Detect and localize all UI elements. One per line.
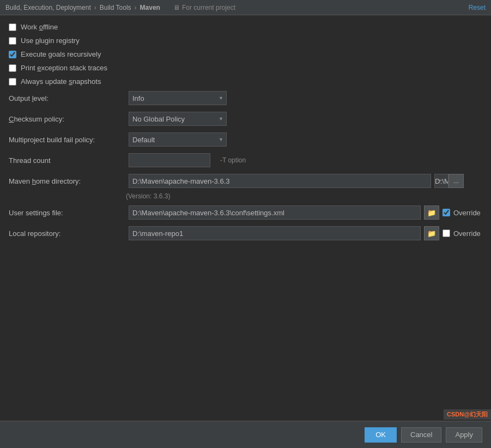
- maven-home-input-group: D:\Maven\apache-maven-3.6.3 ...: [129, 174, 464, 188]
- local-repo-folder-btn[interactable]: 📁: [424, 226, 439, 240]
- folder-icon-2: 📁: [427, 229, 436, 238]
- thread-count-row: Thread count -T option: [9, 153, 482, 167]
- multiproject-policy-row: Multiproject build fail policy: Default …: [9, 132, 482, 147]
- breadcrumb-part2: Build Tools: [100, 4, 131, 11]
- user-settings-override-checkbox[interactable]: [442, 209, 450, 216]
- checkbox-work-offline: Work offline: [9, 23, 482, 31]
- action-bar: OK Cancel Apply: [0, 421, 491, 448]
- print-exception-checkbox[interactable]: [9, 64, 16, 72]
- always-update-checkbox[interactable]: [9, 78, 16, 86]
- main-content: Work offline Use plugin registry Execute…: [0, 15, 491, 421]
- breadcrumb: Build, Execution, Deployment › Build Too…: [5, 4, 235, 11]
- work-offline-checkbox[interactable]: [9, 23, 16, 31]
- local-repo-input-group: 📁 Override: [129, 226, 481, 240]
- local-repo-override-group: Override: [442, 229, 481, 238]
- t-option-label: -T option: [220, 156, 246, 164]
- apply-button[interactable]: Apply: [446, 427, 482, 443]
- multiproject-policy-dropdown-wrapper: Default At End Never: [129, 132, 227, 147]
- output-level-row: Output level: Warn Info Debug: [9, 91, 482, 105]
- thread-count-label: Thread count: [9, 156, 123, 165]
- print-exception-label: Print exception stack traces: [21, 64, 107, 72]
- user-settings-override-label: Override: [453, 209, 481, 217]
- maven-home-dropdown-wrapper: D:\Maven\apache-maven-3.6.3: [434, 174, 445, 188]
- checksum-policy-select[interactable]: No Global Policy Strict Lax: [129, 112, 227, 126]
- output-level-label: Output level:: [9, 94, 123, 102]
- ok-button[interactable]: OK: [365, 427, 397, 443]
- work-offline-label: Work offline: [21, 23, 58, 31]
- local-repo-label: Local repository:: [9, 229, 123, 238]
- checksum-policy-row: Checksum policy: No Global Policy Strict…: [9, 112, 482, 126]
- user-settings-label: User settings file:: [9, 209, 123, 217]
- watermark: CSDN@幻天阳: [444, 409, 491, 420]
- maven-home-row: Maven home directory: D:\Maven\apache-ma…: [9, 174, 482, 188]
- use-plugin-registry-label: Use plugin registry: [21, 37, 80, 45]
- execute-goals-checkbox[interactable]: [9, 51, 16, 58]
- user-settings-override-group: Override: [442, 209, 481, 217]
- maven-home-input[interactable]: [129, 174, 431, 188]
- checkbox-print-exception: Print exception stack traces: [9, 64, 482, 72]
- cancel-button[interactable]: Cancel: [401, 427, 441, 443]
- breadcrumb-part1: Build, Execution, Deployment: [5, 4, 91, 11]
- breadcrumb-sep2: ›: [135, 4, 137, 11]
- checkbox-always-update: Always update snapshots: [9, 77, 482, 86]
- checksum-policy-label: Checksum policy:: [9, 115, 123, 123]
- breadcrumb-part3: Maven: [140, 4, 160, 11]
- breadcrumb-bar: Build, Execution, Deployment › Build Too…: [0, 0, 491, 15]
- local-repo-input[interactable]: [129, 226, 421, 240]
- execute-goals-label: Execute goals recursively: [21, 50, 101, 58]
- monitor-icon: 🖥: [173, 4, 180, 11]
- local-repo-override-label: Override: [453, 229, 481, 238]
- user-settings-input-group: 📁 Override: [129, 205, 481, 220]
- output-level-select[interactable]: Warn Info Debug: [129, 91, 227, 105]
- user-settings-folder-btn[interactable]: 📁: [424, 205, 439, 220]
- maven-home-browse-btn[interactable]: ...: [448, 174, 464, 188]
- folder-icon: 📁: [427, 209, 436, 217]
- maven-home-label: Maven home directory:: [9, 177, 123, 185]
- output-level-dropdown-wrapper: Warn Info Debug: [129, 91, 227, 105]
- use-plugin-registry-checkbox[interactable]: [9, 37, 16, 45]
- multiproject-policy-label: Multiproject build fail policy:: [9, 136, 123, 144]
- user-settings-row: User settings file: 📁 Override: [9, 205, 482, 220]
- maven-home-dropdown[interactable]: D:\Maven\apache-maven-3.6.3: [434, 174, 448, 188]
- multiproject-policy-select[interactable]: Default At End Never: [129, 132, 227, 147]
- checksum-policy-dropdown-wrapper: No Global Policy Strict Lax: [129, 112, 227, 126]
- version-text: (Version: 3.6.3): [126, 192, 482, 200]
- local-repo-override-checkbox[interactable]: [442, 229, 450, 237]
- checkbox-use-plugin-registry: Use plugin registry: [9, 37, 482, 45]
- reset-link[interactable]: Reset: [469, 4, 486, 11]
- local-repo-row: Local repository: 📁 Override: [9, 226, 482, 240]
- thread-count-input[interactable]: [129, 153, 210, 167]
- always-update-label: Always update snapshots: [21, 77, 101, 86]
- checkbox-execute-goals: Execute goals recursively: [9, 50, 482, 58]
- breadcrumb-sep1: ›: [94, 4, 96, 11]
- for-current-label: 🖥 For current project: [173, 4, 235, 11]
- user-settings-input[interactable]: [129, 205, 421, 220]
